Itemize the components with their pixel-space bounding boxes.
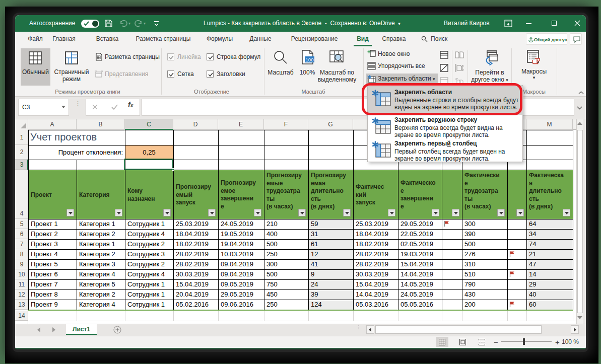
svg-text:100: 100 <box>306 57 314 62</box>
